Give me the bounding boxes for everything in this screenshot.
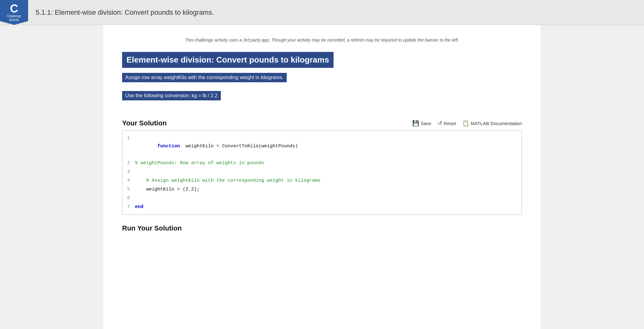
code-func-sig: weightKilo = ConvertToKilo(weightPounds) — [180, 144, 298, 149]
page-header: C ChallengeActivity 5.1.1: Element-wise … — [0, 0, 644, 25]
notice-text: This challenge activity uses a 3rd party… — [122, 38, 522, 43]
run-solution-title: Run Your Solution — [122, 224, 182, 232]
badge-letter: C — [10, 3, 18, 14]
instruction-text-2: Use the following conversion: kg = lb / … — [122, 91, 221, 100]
line-num-6: 6 — [122, 194, 135, 202]
docs-label: MATLAB Documentation — [471, 121, 522, 126]
line-num-5: 5 — [122, 185, 135, 194]
save-icon: 💾 — [412, 120, 419, 127]
challenge-title: Element-wise division: Convert pounds to… — [122, 52, 334, 68]
docs-icon: 📋 — [462, 120, 469, 127]
instruction-block-1: Assign row array weightKilo with the cor… — [122, 73, 522, 89]
header-title: 5.1.1: Element-wise division: Convert po… — [28, 8, 214, 17]
run-section: Run Your Solution — [122, 224, 522, 232]
code-line-2: 2 % weightPounds: Row array of weights i… — [122, 159, 522, 168]
reset-label: Reset — [444, 121, 456, 126]
docs-button[interactable]: 📋 MATLAB Documentation — [462, 120, 522, 127]
reset-icon: ↺ — [438, 120, 442, 127]
badge-label: ChallengeActivity — [7, 14, 21, 22]
code-line-7: 7 end — [122, 203, 522, 211]
line-num-4: 4 — [122, 177, 135, 185]
code-line-6: 6 — [122, 194, 522, 203]
challenge-title-block: Element-wise division: Convert pounds to… — [122, 52, 522, 73]
line-num-7: 7 — [122, 203, 135, 211]
main-content: This challenge activity uses a 3rd party… — [103, 25, 541, 329]
keyword-function: function — [157, 144, 180, 149]
save-button[interactable]: 💾 Save — [412, 120, 431, 127]
code-content-4: % Assign weightKilo with the correspondi… — [135, 177, 320, 185]
line-num-3: 3 — [122, 168, 135, 176]
reset-button[interactable]: ↺ Reset — [438, 120, 456, 127]
challenge-badge: C ChallengeActivity — [0, 0, 28, 25]
code-line-3: 3 — [122, 168, 522, 176]
save-label: Save — [421, 121, 431, 126]
code-editor[interactable]: 1 function weightKilo = ConvertToKilo(we… — [122, 130, 522, 215]
code-line-1: 1 function weightKilo = ConvertToKilo(we… — [122, 134, 522, 159]
code-content-2: % weightPounds: Row array of weights in … — [135, 159, 264, 167]
code-line-4: 4 % Assign weightKilo with the correspon… — [122, 176, 522, 185]
code-content-5: weightKilo = (2.2); — [135, 185, 200, 194]
line-num-2: 2 — [122, 159, 135, 167]
solution-title: Your Solution — [122, 119, 167, 127]
line-num-1: 1 — [122, 134, 135, 142]
solution-header: Your Solution 💾 Save ↺ Reset 📋 MATLAB Do… — [122, 119, 522, 127]
code-line-5: 5 weightKilo = (2.2); — [122, 185, 522, 194]
instruction-text-1: Assign row array weightKilo with the cor… — [122, 73, 287, 82]
toolbar: 💾 Save ↺ Reset 📋 MATLAB Documentation — [412, 120, 522, 127]
instruction-block-2: Use the following conversion: kg = lb / … — [122, 91, 522, 110]
code-content-7: end — [135, 203, 143, 211]
code-content-1: function weightKilo = ConvertToKilo(weig… — [135, 134, 298, 159]
